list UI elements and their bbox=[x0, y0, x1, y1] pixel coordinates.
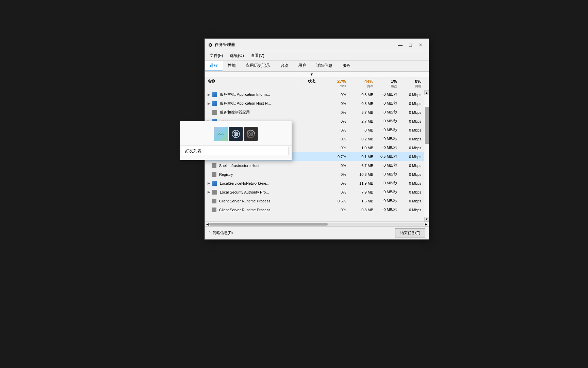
row-cpu: 0% bbox=[325, 180, 349, 187]
row-mem: 0.8 MB bbox=[349, 91, 376, 98]
window-title: 任务管理器 bbox=[215, 42, 235, 48]
scroll-thumb[interactable] bbox=[425, 107, 429, 144]
row-disk: 0 MB/秒 bbox=[376, 135, 400, 143]
row-cpu: 0% bbox=[325, 118, 349, 125]
bottom-bar: ⌃ 简略信息(D) 结束任务(E) bbox=[205, 226, 429, 239]
row-net: 0 Mbps bbox=[400, 180, 424, 187]
tab-services[interactable]: 服务 bbox=[338, 61, 356, 71]
row-cpu: 0.5% bbox=[325, 197, 349, 205]
svg-point-6 bbox=[235, 133, 237, 135]
col-status-header: 状态 bbox=[298, 77, 325, 90]
row-name-text: Shell Infrastructure Host bbox=[219, 164, 259, 168]
popup-text-input[interactable] bbox=[183, 147, 289, 155]
photo-app-icon[interactable] bbox=[214, 127, 228, 141]
menu-options[interactable]: 选项(O) bbox=[227, 52, 246, 60]
vertical-scrollbar[interactable]: ▲ ▼ bbox=[424, 90, 429, 221]
row-mem: 0.2 MB bbox=[349, 135, 376, 143]
row-net: 0 Mbps bbox=[400, 197, 424, 205]
row-status bbox=[298, 111, 325, 114]
tab-app-history[interactable]: 应用历史记录 bbox=[241, 61, 275, 71]
title-bar: ⚙ 任务管理器 — □ ✕ bbox=[205, 39, 429, 51]
tab-details[interactable]: 详细信息 bbox=[311, 61, 338, 71]
row-disk: 0 MB/秒 bbox=[376, 117, 400, 125]
row-disk: 0 MB/秒 bbox=[376, 161, 400, 170]
table-row[interactable]: ▶Local Security Authority Pro... 0% 7.9 … bbox=[205, 188, 424, 197]
summary-button[interactable]: ⌃ 简略信息(D) bbox=[208, 230, 233, 235]
end-task-button[interactable]: 结束任务(E) bbox=[395, 228, 425, 237]
tab-bar: 进程 性能 应用历史记录 启动 用户 详细信息 服务 bbox=[205, 61, 429, 72]
table-row[interactable]: ▶LocalServiceNoNetworkFire... 0% 11.9 MB… bbox=[205, 179, 424, 188]
table-row[interactable]: ▶服务主机: Application Inform... 0% 0.8 MB 0… bbox=[205, 90, 424, 99]
row-net: 0 Mbps bbox=[400, 100, 424, 107]
maximize-button[interactable]: □ bbox=[406, 42, 415, 48]
row-status bbox=[298, 182, 325, 185]
col-mem-header: 44% 内存 bbox=[349, 77, 376, 90]
row-mem: 5.7 MB bbox=[349, 109, 376, 116]
hscroll-left-btn[interactable]: ◀ bbox=[206, 223, 209, 226]
row-name-text: LocalServiceNoNetworkFire... bbox=[220, 181, 270, 185]
row-name-text: 服务主机: Application Inform... bbox=[220, 92, 270, 97]
col-disk-header: 1% 磁盘 bbox=[376, 77, 400, 90]
col-cpu-header: 27% CPU bbox=[325, 77, 349, 90]
tab-performance[interactable]: 性能 bbox=[223, 61, 241, 71]
row-name-text: Local Security Authority Pro... bbox=[220, 190, 269, 194]
row-mem: 6.7 MB bbox=[349, 162, 376, 169]
table-row[interactable]: ▶服务主机: Application Host H... 0% 0.8 MB 0… bbox=[205, 99, 424, 108]
row-net: 0 Mbps bbox=[400, 135, 424, 143]
process-icon bbox=[212, 110, 217, 115]
row-mem: 1.5 MB bbox=[349, 197, 376, 205]
row-cpu: 0% bbox=[325, 188, 349, 196]
row-net: 0 Mbps bbox=[400, 144, 424, 152]
minimize-button[interactable]: — bbox=[395, 42, 405, 48]
hscroll-thumb[interactable] bbox=[209, 223, 328, 226]
row-disk: 0 MB/秒 bbox=[376, 108, 400, 117]
scroll-track[interactable] bbox=[424, 95, 429, 217]
row-status bbox=[298, 155, 325, 158]
row-mem: 11.9 MB bbox=[349, 180, 376, 187]
row-mem: 1.0 MB bbox=[349, 144, 376, 152]
row-disk: 0 MB/秒 bbox=[376, 170, 400, 179]
steam-app-icon[interactable] bbox=[229, 127, 243, 141]
scroll-down-button[interactable]: ▼ bbox=[424, 217, 429, 221]
row-disk: 0 MB/秒 bbox=[376, 99, 400, 108]
tab-users[interactable]: 用户 bbox=[293, 61, 311, 71]
horizontal-scrollbar[interactable]: ◀ ▶ bbox=[205, 221, 429, 226]
row-cpu: 0% bbox=[325, 162, 349, 169]
process-icon bbox=[212, 199, 216, 203]
row-disk: 0 MB/秒 bbox=[376, 197, 400, 205]
table-row[interactable]: ▶Client Server Runtime Process 0.5% 1.5 … bbox=[205, 197, 424, 205]
row-mem: 0 MB bbox=[349, 126, 376, 134]
expand-icon: ▶ bbox=[208, 190, 210, 194]
row-disk: 0 MB/秒 bbox=[376, 126, 400, 134]
row-status bbox=[298, 146, 325, 150]
process-icon bbox=[212, 101, 217, 106]
table-row[interactable]: ▶服务和控制器应用 0% 5.7 MB 0 MB/秒 0 Mbps bbox=[205, 108, 424, 117]
table-row[interactable]: ▶Registry 0% 10.3 MB 0 MB/秒 0 Mbps bbox=[205, 170, 424, 179]
row-status bbox=[298, 190, 325, 194]
row-mem: 10.3 MB bbox=[349, 171, 376, 178]
row-name-text: 服务和控制器应用 bbox=[220, 110, 250, 115]
row-cpu: 0% bbox=[325, 126, 349, 134]
hscroll-track[interactable] bbox=[209, 223, 424, 226]
row-cpu: 0% bbox=[325, 91, 349, 98]
expand-icon: ▶ bbox=[208, 93, 210, 96]
row-status bbox=[298, 120, 325, 123]
menu-bar: 文件(F) 选项(O) 查看(V) bbox=[205, 51, 429, 61]
obs-app-icon[interactable] bbox=[244, 127, 258, 141]
menu-file[interactable]: 文件(F) bbox=[207, 52, 226, 60]
tab-startup[interactable]: 启动 bbox=[275, 61, 293, 71]
row-net: 0 Mbps bbox=[400, 171, 424, 178]
row-status bbox=[298, 208, 325, 212]
tab-processes[interactable]: 进程 bbox=[205, 61, 223, 71]
scroll-up-button[interactable]: ▲ bbox=[424, 90, 429, 95]
table-row[interactable]: ▶Shell Infrastructure Host 0% 6.7 MB 0 M… bbox=[205, 161, 424, 170]
row-cpu: 0% bbox=[325, 171, 349, 178]
table-row[interactable]: ▶Client Server Runtime Process 0% 0.8 MB… bbox=[205, 205, 424, 214]
row-net: 0 Mbps bbox=[400, 126, 424, 134]
menu-view[interactable]: 查看(V) bbox=[248, 52, 267, 60]
col-name-header: 名称 bbox=[205, 77, 298, 90]
row-name-text: 服务主机: Application Host H... bbox=[220, 101, 271, 106]
hscroll-right-btn[interactable]: ▶ bbox=[424, 223, 428, 226]
close-button[interactable]: ✕ bbox=[416, 42, 425, 48]
row-net: 0 Mbps bbox=[400, 188, 424, 196]
